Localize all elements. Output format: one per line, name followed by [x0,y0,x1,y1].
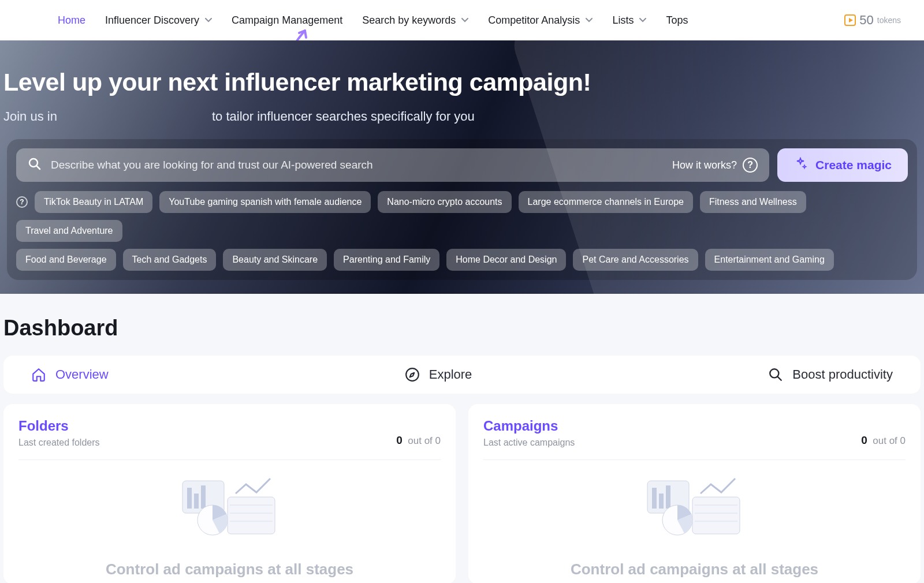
nav-label: Campaign Management [232,14,342,27]
sparkle-icon [793,157,807,174]
hero-sub-b: to tailor influencer searches specifical… [212,109,475,124]
suggestion-tag[interactable]: Large ecommerce channels in Europe [519,191,693,213]
hero-title: Level up your next influencer marketing … [3,68,921,96]
tab-overview[interactable]: Overview [31,367,109,382]
chevron-down-icon [639,17,646,24]
chevron-down-icon [586,17,593,24]
suggestion-tag[interactable]: YouTube gaming spanish with female audie… [159,191,371,213]
chevron-down-icon [461,17,468,24]
how-label: How it works? [672,159,737,171]
count-value: 0 [861,434,867,446]
home-icon [31,367,46,382]
card-title[interactable]: Folders [18,418,100,434]
nav-competitor-analysis[interactable]: Competitor Analysis [488,14,593,27]
hero-sub-a: Join us in [3,109,57,124]
suggestion-tag[interactable]: Entertainment and Gaming [705,249,834,271]
top-nav: Home Influencer Discovery Campaign Manag… [0,0,924,40]
tab-explore[interactable]: Explore [405,367,472,382]
tags-help-icon[interactable]: ? [16,196,28,208]
token-unit: tokens [877,16,901,25]
dashboard-title: Dashboard [3,316,921,341]
svg-line-4 [778,377,781,380]
card-subtitle: Last active campaigns [483,438,575,448]
question-icon: ? [743,158,758,173]
suggestion-tag[interactable]: Parenting and Family [334,249,439,271]
card-count: 0 out of 0 [396,418,441,447]
nav-tops[interactable]: Tops [666,14,688,27]
nav-label: Tops [666,14,688,27]
create-magic-button[interactable]: Create magic [777,148,908,182]
svg-point-2 [406,368,419,381]
card-folders: Folders Last created folders 0 out of 0 [3,404,456,583]
svg-rect-18 [692,497,740,534]
suggestion-tag[interactable]: Home Decor and Design [446,249,566,271]
compass-icon [405,367,420,382]
card-subtitle: Last created folders [18,438,100,448]
nav-influencer-discovery[interactable]: Influencer Discovery [105,14,212,27]
svg-rect-9 [228,497,275,534]
token-count: 50 [859,13,873,28]
suggestion-tag[interactable]: Fitness and Wellness [700,191,806,213]
suggestion-tag[interactable]: Travel and Adventure [16,220,122,242]
nav-label: Home [58,14,85,27]
hero-subtitle: Join us in to tailor influencer searches… [3,109,921,124]
nav-label: Competitor Analysis [488,14,580,27]
search-panel: How it works? ? Create magic [7,139,917,280]
suggestion-tag[interactable]: Tech and Gadgets [123,249,217,271]
token-balance[interactable]: 50 tokens [844,13,901,28]
suggestion-tag[interactable]: Pet Care and Accessories [573,249,698,271]
search-box[interactable]: How it works? ? [16,148,769,182]
svg-rect-15 [652,488,657,509]
dashboard-tabs: Overview Explore Boost productivity [3,356,921,394]
suggestion-tag[interactable]: Nano-micro crypto accounts [378,191,511,213]
svg-rect-6 [187,488,192,509]
nav-label: Search by keywords [362,14,456,27]
card-title[interactable]: Campaigns [483,418,575,434]
svg-rect-8 [201,485,206,509]
card-cta: Control ad campaigns at all stages [18,560,441,578]
nav-search-keywords[interactable]: Search by keywords [362,14,468,27]
tab-label: Explore [429,367,472,382]
count-rest: out of 0 [408,435,441,446]
svg-line-1 [37,166,40,170]
nav-label: Influencer Discovery [105,14,199,27]
card-count: 0 out of 0 [861,418,906,447]
dashboard-section: Dashboard Overview Explore Boost product… [0,294,924,583]
svg-rect-16 [659,494,664,509]
suggestion-tag[interactable]: TikTok Beauty in LATAM [35,191,152,213]
card-cta: Control ad campaigns at all stages [483,560,906,578]
empty-illustration [18,470,441,545]
svg-rect-7 [194,494,199,509]
suggestion-tag[interactable]: Beauty and Skincare [223,249,327,271]
nav-campaign-management[interactable]: Campaign Management [232,14,342,27]
nav-home[interactable]: Home [58,14,85,27]
nav-label: Lists [612,14,634,27]
tab-label: Overview [55,367,109,382]
tab-label: Boost productivity [792,367,893,382]
empty-illustration [483,470,906,545]
card-campaigns: Campaigns Last active campaigns 0 out of… [468,404,921,583]
tab-boost-productivity[interactable]: Boost productivity [768,367,893,382]
nav-lists[interactable]: Lists [612,14,646,27]
hero-section: Level up your next influencer marketing … [0,40,924,294]
coin-icon [844,14,856,26]
svg-rect-17 [666,485,670,509]
count-rest: out of 0 [873,435,906,446]
search-icon [768,367,783,382]
how-it-works-link[interactable]: How it works? ? [672,158,758,173]
chevron-down-icon [205,17,212,24]
suggestion-tag[interactable]: Food and Beverage [16,249,116,271]
count-value: 0 [396,434,403,446]
search-icon [28,157,42,173]
magic-label: Create magic [815,158,892,172]
search-input[interactable] [51,159,663,171]
